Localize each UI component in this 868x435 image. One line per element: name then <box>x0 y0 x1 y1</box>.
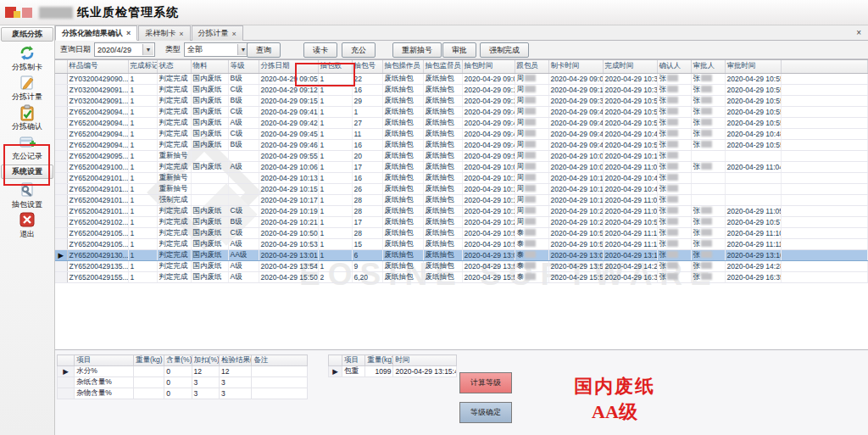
column-header[interactable]: 时间 <box>393 355 457 366</box>
column-header[interactable]: 审批时间 <box>725 60 781 73</box>
column-header[interactable]: 完成时间 <box>603 60 657 73</box>
row-selector[interactable]: ▶ <box>329 366 342 377</box>
panel-close-icon[interactable]: × <box>856 28 861 37</box>
cell: 张 <box>657 172 691 183</box>
row-selector[interactable] <box>55 139 67 150</box>
row-selector[interactable] <box>55 205 67 216</box>
row-selector[interactable] <box>58 388 75 399</box>
confiscate-button[interactable]: 充公 <box>342 42 376 58</box>
redraw-number-button[interactable]: 重新抽号 <box>392 42 442 58</box>
table-row[interactable]: ▶ZY65200429130...1判定完成国内废纸AA级2020-04-29 … <box>55 249 868 260</box>
tab-sorting-result-confirm[interactable]: 分拣化验结果确认 × <box>55 25 137 41</box>
row-selector[interactable] <box>58 377 75 388</box>
sidebar-item-bag-settings[interactable]: 抽包设置 <box>0 182 54 211</box>
row-selector[interactable] <box>55 84 67 95</box>
column-header[interactable]: 备注 <box>252 355 308 366</box>
column-header[interactable]: 检验结果(%) <box>219 355 251 366</box>
table-row[interactable]: ▶水分%01212 <box>58 366 308 377</box>
table-row[interactable]: ZY65200429101...1重新抽号2020-04-29 10:15...… <box>55 183 868 194</box>
column-header[interactable]: 状态 <box>157 60 191 73</box>
column-header[interactable]: 含量(%) <box>164 355 192 366</box>
table-row[interactable]: ZY65200429105...1判定完成国内废纸A级2020-04-29 10… <box>55 238 868 249</box>
table-row[interactable]: ZY65200429094...1判定完成国内废纸C级2020-04-29 09… <box>55 128 868 139</box>
column-header[interactable]: 制卡时间 <box>548 60 603 73</box>
table-row[interactable]: ZY65200429105...1判定完成国内废纸C级2020-04-29 10… <box>55 227 868 238</box>
tab-sorting-measure[interactable]: 分拣计量 × <box>192 25 243 41</box>
sidebar-group-waste-paper[interactable]: 废纸分拣 <box>1 27 53 42</box>
sidebar-item-confirm[interactable]: 分拣确认 <box>0 104 54 133</box>
table-row[interactable]: ZY65200429094...1判定完成国内废纸C级2020-04-29 09… <box>55 106 868 117</box>
table-row[interactable]: ZY03200429091...1判定完成国内废纸B级2020-04-29 09… <box>55 95 868 106</box>
row-selector[interactable] <box>55 238 67 249</box>
query-button[interactable]: 查询 <box>247 42 281 58</box>
sidebar-item-measure[interactable]: 分拣计量 <box>0 75 54 103</box>
row-selector[interactable] <box>55 271 67 282</box>
column-header[interactable]: 等级 <box>228 60 259 73</box>
table-row[interactable]: ▶包重10992020-04-29 13:15:46 <box>329 366 457 377</box>
table-row[interactable]: ZY65200429102...1判定完成国内废纸B级2020-04-29 10… <box>55 216 868 227</box>
column-header[interactable]: 物料 <box>191 60 228 73</box>
column-header[interactable]: 项目 <box>342 355 365 366</box>
column-header[interactable]: 抽包号 <box>352 60 382 73</box>
row-selector[interactable] <box>55 172 67 183</box>
table-row[interactable]: ZY65200429155...1判定完成国内废纸A级2020-04-29 15… <box>55 271 868 282</box>
table-row[interactable]: ZY65200429094...1判定完成国内废纸B级2020-04-29 09… <box>55 139 868 150</box>
cell: 周 <box>515 216 548 227</box>
tab-sampling-card[interactable]: 采样制卡 × <box>138 25 190 41</box>
table-row[interactable]: ZY03200429091...1判定完成国内废纸C级2020-04-29 09… <box>55 84 868 95</box>
row-selector[interactable]: ▶ <box>55 249 67 260</box>
column-header[interactable]: 抽包监督员 <box>423 60 462 73</box>
sidebar-item-card-making[interactable]: 分拣制卡 <box>0 45 54 74</box>
row-selector[interactable] <box>55 150 67 161</box>
query-date-select[interactable]: 2020/4/29 ▼ <box>94 42 155 57</box>
cell: 废纸抽包 <box>423 238 462 249</box>
tab-close-icon[interactable]: × <box>232 30 236 38</box>
read-card-button[interactable]: 读卡 <box>303 42 337 58</box>
column-header[interactable]: 加扣(%) <box>192 355 219 366</box>
table-row[interactable]: ZY65200429094...1判定完成国内废纸A级2020-04-29 09… <box>55 117 868 128</box>
cell: 杂物含量% <box>75 388 134 399</box>
row-selector[interactable] <box>55 216 67 227</box>
table-row[interactable]: ZY65200429100...1判定完成国内废纸A级2020-04-29 10… <box>55 161 868 172</box>
tab-close-icon[interactable]: × <box>179 30 183 38</box>
cell: 2020-04-29 10:32... <box>603 73 657 84</box>
column-header[interactable]: 重量(kg) <box>133 355 164 366</box>
column-header[interactable]: 确认人 <box>657 60 691 73</box>
table-row[interactable]: ZY65200429095...1重新抽号2020-04-29 09:55...… <box>55 150 868 161</box>
table-row[interactable]: 杂物含量%033 <box>58 388 308 399</box>
table-row[interactable]: ZY65200429101...1强制完成2020-04-29 10:17...… <box>55 194 868 205</box>
row-selector[interactable] <box>55 106 67 117</box>
row-selector[interactable] <box>55 128 67 139</box>
table-row[interactable]: 杂纸含量%033 <box>58 377 308 388</box>
chevron-down-icon[interactable]: ▼ <box>142 44 153 55</box>
column-header[interactable]: 完成标记 <box>128 60 157 73</box>
column-header[interactable]: 样品编号 <box>67 60 128 73</box>
column-header[interactable]: 抽包时间 <box>462 60 515 73</box>
column-header[interactable]: 重量(kg) <box>365 355 393 366</box>
column-header[interactable]: 跟包员 <box>515 60 548 73</box>
tab-close-icon[interactable]: × <box>126 29 131 37</box>
row-selector[interactable]: ▶ <box>58 366 75 377</box>
confirm-grade-button[interactable]: 等级确定 <box>459 402 512 423</box>
table-row[interactable]: ZY65200429101...1判定完成国内废纸C级2020-04-29 10… <box>55 205 868 216</box>
row-selector[interactable] <box>55 117 67 128</box>
cell: 2020-04-29 10:21... <box>259 216 318 227</box>
row-selector[interactable] <box>55 73 67 84</box>
type-select[interactable]: 全部 ▼ <box>184 42 250 57</box>
row-selector[interactable] <box>55 161 67 172</box>
row-selector[interactable] <box>55 95 67 106</box>
column-header[interactable]: 审批人 <box>691 60 725 73</box>
table-row[interactable]: ZY65200429135...1判定完成国内废纸A级2020-04-29 13… <box>55 260 868 271</box>
approve-button[interactable]: 审批 <box>442 42 476 58</box>
column-header[interactable]: 抽包操作员 <box>382 60 423 73</box>
row-selector[interactable] <box>55 260 67 271</box>
force-complete-button[interactable]: 强制完成 <box>480 42 529 58</box>
sidebar-item-exit[interactable]: 退出 <box>0 212 54 241</box>
table-row[interactable]: ZY65200429101...1重新抽号2020-04-29 10:13...… <box>55 172 868 183</box>
row-selector[interactable] <box>55 194 67 205</box>
table-row[interactable]: ZY03200429090...1判定完成国内废纸B级2020-04-29 09… <box>55 73 868 84</box>
row-selector[interactable] <box>55 183 67 194</box>
row-selector[interactable] <box>55 227 67 238</box>
calculate-grade-button[interactable]: 计算等级 <box>459 372 512 393</box>
column-header[interactable]: 项目 <box>75 355 134 366</box>
